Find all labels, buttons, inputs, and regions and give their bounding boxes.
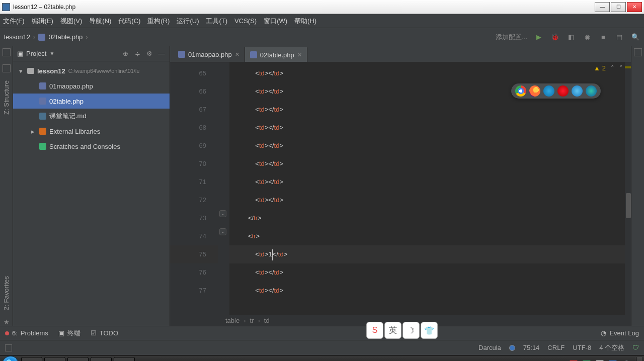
structure-label[interactable]: Z: Structure bbox=[3, 80, 10, 115]
menu-tools[interactable]: 工具(T) bbox=[206, 17, 227, 26]
safari-icon[interactable] bbox=[543, 85, 554, 97]
breadcrumb-file[interactable]: 02table.php bbox=[48, 33, 83, 41]
project-toolwindow-icon[interactable] bbox=[3, 48, 11, 56]
ime-toolbar[interactable]: S 英 ☽ 👕 bbox=[366, 322, 438, 339]
menu-file[interactable]: 文件(F) bbox=[3, 17, 25, 26]
terminal-toolwindow[interactable]: ▣ 终端 bbox=[58, 329, 80, 338]
chevron-down-icon[interactable]: ▾ bbox=[19, 67, 24, 75]
fold-column[interactable]: - - bbox=[218, 62, 229, 315]
edge-icon[interactable] bbox=[586, 85, 597, 97]
ime-lang-icon[interactable]: 英 bbox=[384, 322, 401, 339]
tree-file[interactable]: 01maopao.php bbox=[13, 78, 170, 94]
structure-toolwindow-icon[interactable] bbox=[3, 64, 11, 72]
menu-window[interactable]: 窗口(W) bbox=[264, 17, 287, 26]
code-editor[interactable]: 656667686970 71727374757677 - - <td></td… bbox=[170, 62, 631, 315]
stop-icon[interactable]: ■ bbox=[599, 33, 608, 42]
close-button[interactable]: ✕ bbox=[627, 2, 642, 12]
toolwindow-quick-access-icon[interactable] bbox=[5, 344, 12, 351]
profiler-icon[interactable]: ◉ bbox=[583, 33, 592, 42]
menu-refactor[interactable]: 重构(R) bbox=[147, 17, 170, 26]
project-pane-label[interactable]: Project bbox=[26, 50, 46, 57]
menu-edit[interactable]: 编辑(E) bbox=[32, 17, 53, 26]
run-config-dropdown[interactable]: 添加配置... bbox=[496, 33, 527, 42]
ime-skin-icon[interactable]: 👕 bbox=[421, 322, 438, 339]
minimize-button[interactable]: — bbox=[595, 2, 610, 12]
menu-run[interactable]: 运行(U) bbox=[177, 17, 199, 26]
crumb-table[interactable]: table bbox=[225, 317, 239, 324]
chevron-down-icon[interactable]: ▼ bbox=[49, 51, 54, 56]
expand-all-icon[interactable]: ≑ bbox=[133, 50, 141, 58]
error-stripe[interactable] bbox=[625, 62, 631, 315]
menu-vcs[interactable]: VCS(S) bbox=[234, 17, 257, 25]
left-tool-strip: Z: Structure 2: Favorites ★ bbox=[0, 46, 13, 326]
chrome-icon[interactable] bbox=[515, 85, 526, 97]
markdown-file-icon bbox=[39, 113, 46, 120]
indent-setting[interactable]: 4 个空格 bbox=[599, 343, 624, 352]
favorites-star-icon[interactable]: ★ bbox=[4, 318, 10, 326]
inspection-warning[interactable]: ▲ 2 bbox=[594, 64, 606, 72]
menu-help[interactable]: 帮助(H) bbox=[294, 17, 316, 26]
caret-position[interactable]: 75:14 bbox=[523, 344, 540, 351]
editor-tab[interactable]: 01maopao.php ✕ bbox=[173, 47, 245, 62]
status-bar: Darcula 75:14 CRLF UTF-8 4 个空格 🛡 bbox=[0, 340, 644, 355]
menu-code[interactable]: 代码(C) bbox=[118, 17, 140, 26]
line-separator[interactable]: CRLF bbox=[547, 344, 565, 351]
firefox-icon[interactable] bbox=[529, 85, 540, 97]
ie-icon[interactable] bbox=[572, 85, 583, 97]
theme-label[interactable]: Darcula bbox=[478, 344, 501, 351]
tree-file-selected[interactable]: 02table.php bbox=[13, 94, 170, 109]
event-log-toolwindow[interactable]: ◔ Event Log bbox=[601, 329, 639, 337]
fold-marker-icon[interactable]: - bbox=[219, 228, 226, 235]
taskbar-explorer-icon[interactable]: 🗀 bbox=[44, 357, 65, 362]
terminal-label: 终端 bbox=[67, 329, 80, 338]
editor-tab-active[interactable]: 02table.php ✕ bbox=[245, 47, 307, 62]
theme-dot-icon[interactable] bbox=[509, 345, 515, 351]
breadcrumb-project[interactable]: lesson12 bbox=[4, 33, 30, 41]
prev-highlight-icon[interactable]: ˄ bbox=[611, 64, 614, 72]
todo-toolwindow[interactable]: ☑ TODO bbox=[91, 329, 118, 337]
menu-view[interactable]: 视图(V) bbox=[60, 17, 82, 26]
tree-external-libs[interactable]: ▸ External Libraries bbox=[13, 124, 170, 139]
scrollbar-thumb[interactable] bbox=[626, 193, 631, 218]
taskbar-chrome-icon[interactable]: ◯ bbox=[114, 357, 135, 362]
layout-icon[interactable]: ▤ bbox=[615, 33, 624, 42]
tree-root[interactable]: ▾ lesson12 C:\wamp64\www\online\01\le bbox=[13, 63, 170, 78]
coverage-icon[interactable]: ◧ bbox=[567, 33, 576, 42]
hide-icon[interactable]: — bbox=[157, 50, 166, 58]
crumb-td[interactable]: td bbox=[264, 317, 270, 324]
tree-file[interactable]: 课堂笔记.md bbox=[13, 109, 170, 124]
inspection-indicator-icon[interactable]: 🛡 bbox=[632, 344, 639, 351]
opera-icon[interactable] bbox=[557, 85, 569, 97]
show-desktop-button[interactable] bbox=[636, 357, 642, 362]
tree-scratches[interactable]: Scratches and Consoles bbox=[13, 139, 170, 154]
chevron-right-icon[interactable]: ▸ bbox=[31, 128, 36, 135]
external-libs-label: External Libraries bbox=[49, 128, 100, 135]
ime-moon-icon[interactable]: ☽ bbox=[403, 322, 420, 339]
problems-toolwindow[interactable]: 6: Problems bbox=[5, 329, 48, 337]
warning-mark-icon[interactable] bbox=[625, 66, 631, 68]
locate-icon[interactable]: ⊕ bbox=[121, 50, 129, 58]
project-tree[interactable]: ▾ lesson12 C:\wamp64\www\online\01\le 01… bbox=[13, 61, 170, 326]
start-button[interactable] bbox=[2, 356, 19, 362]
menu-navigate[interactable]: 导航(N) bbox=[89, 17, 111, 26]
favorites-label[interactable]: 2: Favorites bbox=[3, 276, 10, 310]
maximize-button[interactable]: ☐ bbox=[611, 2, 626, 12]
taskbar-app-icon[interactable]: ▤ bbox=[91, 357, 112, 362]
file-encoding[interactable]: UTF-8 bbox=[573, 344, 591, 351]
close-tab-icon[interactable]: ✕ bbox=[297, 52, 302, 58]
next-highlight-icon[interactable]: ˅ bbox=[619, 64, 623, 72]
run-icon[interactable]: ▶ bbox=[534, 33, 543, 42]
taskbar-app-icon[interactable]: ▣ bbox=[21, 357, 42, 362]
php-file-icon bbox=[39, 98, 46, 105]
fold-marker-icon[interactable]: - bbox=[219, 210, 226, 217]
search-everywhere-icon[interactable]: 🔍 bbox=[631, 33, 640, 42]
debug-icon[interactable]: 🐞 bbox=[550, 33, 559, 42]
close-tab-icon[interactable]: ✕ bbox=[235, 51, 239, 58]
gear-icon[interactable]: ⚙ bbox=[145, 50, 153, 58]
file-label: 01maopao.php bbox=[49, 82, 93, 90]
code-content[interactable]: <td></td> <td></td> <td></td> <td></td> … bbox=[229, 62, 631, 315]
crumb-tr[interactable]: tr bbox=[250, 317, 254, 324]
taskbar-app-icon[interactable]: ◆ bbox=[67, 357, 89, 362]
ime-sogou-icon[interactable]: S bbox=[366, 322, 383, 339]
database-toolwindow-icon[interactable] bbox=[634, 48, 642, 56]
